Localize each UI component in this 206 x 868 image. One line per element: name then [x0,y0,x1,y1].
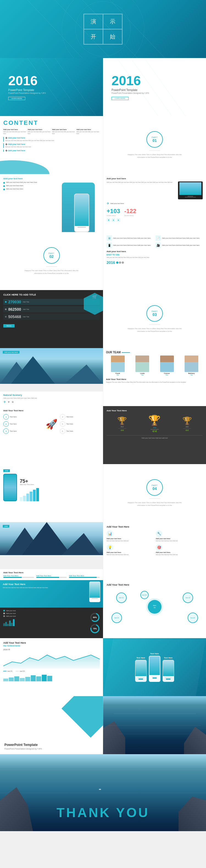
scenery-icon-1: ✈ [3,400,6,404]
ppt-title: PowerPoint Template [4,743,99,747]
slide-dark2: Add Your Text Here Add text here Add tex… [0,580,103,638]
slide-2016-left: 2016 PowerPoint Template PowerPoint Pres… [0,58,103,116]
scenery-icon-2: ♥ [8,400,10,404]
dark-stats-title: CLICK HERE TO ADD TITLE [3,293,100,296]
year-2016-left: 2016 [8,74,38,87]
svg-line-3 [28,0,82,58]
row-12: Add Your Text Here Our Achievements 2016… [0,638,206,696]
feature-item-3: 💡 Add your text here Add text here Add t… [107,544,153,556]
team-title: OUR TEAM [106,351,121,354]
slide-bubble: Add Your Text Here Item03 Item 01 Item 0… [103,580,206,638]
part04-badge: PART 04 [146,479,163,496]
mountain-badge: slide [3,525,9,528]
slide-part02: PART 02 Happyou The user share This is a… [0,232,103,290]
slide-cover: 演 示 开 始 [0,0,206,58]
slide-bar-chart: Add Your Text Here Our Achievements 2016… [0,638,103,696]
row-3: CONTENT Add your text here Add your text… [0,116,206,174]
slide-rocket: Add Your Text Here 1 Text here 2 Text he… [0,406,103,464]
cover-char-3: 开 [84,29,103,44]
icon-feature-4: 🎥 Add your text here Add text here Add y… [156,243,203,248]
sub2-left: PowerPoint Presentation Designed by YJFX [8,92,46,94]
content-item-1: Add your text here Add your text here Ad… [3,129,27,135]
slide-part01: PART 01 Happyou The user share This is a… [103,116,206,174]
part03-badge: PART 03 [146,305,163,322]
slide-ocean [103,696,206,754]
slide-features: Add Your Text Here 📊 Add your text here … [103,522,206,580]
row-9: slide 75+ Add Your Text Here [0,464,206,522]
slide-phone3: Text Here Text Here [103,638,206,696]
scenery-sub: Add your text here Add your text here Ad… [3,397,100,399]
slide-part04: PART 04 Happyou The user share This is a… [103,464,206,522]
bar-chart-subtitle: Our Achievements [3,645,100,647]
bubble-title: Add Your Text Here [107,583,203,586]
scenery-title: Natural Scenery [3,394,100,397]
slide-phone2: slide 75+ Add Your Text Here [0,464,103,522]
slide-trophies: Add Your Text Here 🏆 2013 🌿🌿 🏆 2015 🌿🌿 🏆… [103,406,206,464]
feature-item-1: 📊 Add your text here Add text here Add t… [107,530,153,542]
year-2016-right: 2016 [111,74,198,87]
slide-monitor: Add your text here Add your text here Ad… [103,174,206,232]
dark-stats-button[interactable]: Button [3,324,14,328]
slide-scenery: Natural Scenery Add your text here Add y… [0,348,103,406]
part04-desc: Happyou The user share This is a Bain St… [127,501,182,507]
icon-feature-3: 📱 Add your text here Add text here Add y… [107,243,154,248]
cover-char-1: 演 [84,14,103,29]
team-member-1: Frank Title [106,355,130,376]
learn-more-right[interactable]: LEARN MORE [111,97,129,100]
slide-content: CONTENT Add your text here Add your text… [0,116,103,174]
content-item-4: Add your text here Add your text here Ad… [76,129,100,135]
row-13: PowerPoint Template PowerPoint Presentat… [0,696,206,754]
cover-char-2: 示 [103,14,122,29]
cover-char-4: 始 [103,29,122,44]
row-8: Add Your Text Here 1 Text here 2 Text he… [0,406,206,464]
phone2-stat: 75+ [20,479,100,484]
team-desc-title: Add Your Text Here [106,378,203,380]
trophy-1: 🏆 2013 🌿🌿 [117,416,127,431]
phone2-label: slide [3,469,10,472]
svg-line-8 [55,58,96,116]
svg-marker-16 [3,655,100,669]
slide-team: OUR TEAM Frank Title Linda Title Connor … [103,348,206,406]
slide-ppt-left: PowerPoint Template PowerPoint Presentat… [0,696,103,754]
bar-chart-title: Add Your Text Here [3,642,100,644]
easy-to-use: EASY TO USE [107,254,203,256]
feature-item-2: 🔧 Add your text here Add text here Add t… [156,530,203,542]
row-10: Add Your Text Here Add Your Text Here Ad… [0,522,206,580]
stat-minus: -122 Decline metrics [125,208,137,216]
row-7: Natural Scenery Add your text here Add y… [0,348,206,406]
content-title: CONTENT [3,119,100,126]
trophy-3: 🏆 2016 🌿🌿 [182,416,192,431]
icon-feature-1: 🖥 Add your text here Add text here Add y… [107,235,154,241]
icons-main-title: Add your text here [107,250,203,253]
rocket-title: Add Your Text Here [3,409,100,412]
stat-plus: +103 Growth metrics [107,208,120,216]
phone2-subtitle: Add Your Text Here [20,484,100,485]
row-6: 🛒 CLICK HERE TO ADD TITLE 270030 Add Tit… [0,290,206,348]
trophy-2: 🏆 2015 🌿🌿 [148,414,161,433]
phone-item-1: Add your text here Add your text here he… [3,182,100,184]
ppt-subtitle: PowerPoint Presentation Designed by YJFX [4,748,99,750]
row-4: Add your text here Add your text here Ad… [0,174,206,232]
slide-thankyou: THANK YOU [0,754,206,831]
content-item-2: Add your text here Add your text here Ad… [28,129,51,135]
slide-mountain: Add Your Text Here Add Your Text Here Ad… [0,522,103,580]
slide-dark-stats: 🛒 CLICK HERE TO ADD TITLE 270030 Add Tit… [0,290,103,348]
part03-desc: Happyou The user share This is a Bain St… [127,328,182,333]
slide-part03: PART 03 Happyou The user share This is a… [103,290,206,348]
part02-desc: Happyou The user share This is a Bain St… [24,270,79,275]
row-11: Add Your Text Here Add text here Add tex… [0,580,206,638]
features-title: Add Your Text Here [107,525,203,528]
mountain-title: Add Your Text Here [3,571,100,574]
subtitle-right: PowerPoint Template [111,89,198,92]
slide-2016-right: 2016 PowerPoint Template PowerPoint Pres… [103,58,206,116]
scenery-icon-3: ★ [11,400,14,404]
phone-item-2: Add your text here here [3,185,100,187]
content-item-3: Add your text here Add your text here Ad… [52,129,75,135]
subtitle-left: PowerPoint Template [8,89,34,92]
part02-badge: PART 02 [43,247,60,264]
row-5: PART 02 Happyou The user share This is a… [0,232,206,290]
team-member-3: Connor Title [155,355,179,376]
learn-more-left[interactable]: LEARN MORE [8,97,25,100]
svg-line-7 [41,58,82,116]
phone-item-3: Add your text here here [3,188,100,190]
